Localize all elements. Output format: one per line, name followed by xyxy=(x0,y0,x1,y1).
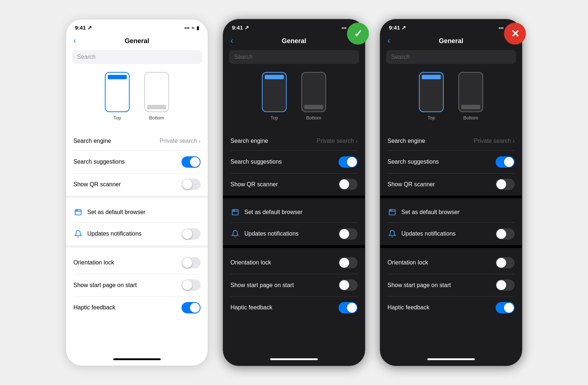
toggle-switch[interactable] xyxy=(496,279,515,291)
settings-row-show-start-page-on-start[interactable]: Show start page on start xyxy=(66,274,208,296)
back-button[interactable]: ‹ xyxy=(73,36,76,46)
home-indicator xyxy=(223,355,365,366)
tab-label-top: Top xyxy=(271,115,278,121)
settings-row-search-suggestions[interactable]: Search suggestions xyxy=(380,151,522,173)
signal-icon: ▪▪▪ xyxy=(499,25,504,31)
status-icons: ▪▪▪≈▮ xyxy=(184,25,199,31)
row-label-text: Show QR scanner xyxy=(73,181,121,188)
row-label-text: Orientation lock xyxy=(73,259,114,266)
section-divider xyxy=(380,245,522,248)
row-left: Search suggestions xyxy=(230,159,282,165)
section-divider xyxy=(223,245,365,248)
settings-row-search-engine[interactable]: Search enginePrivate search › xyxy=(66,131,208,150)
settings-row-show-qr-scanner[interactable]: Show QR scanner xyxy=(380,173,522,195)
toggle-switch[interactable] xyxy=(496,179,515,190)
row-left: Set as default browser xyxy=(387,207,459,217)
row-left: Set as default browser xyxy=(230,207,302,217)
status-time: 9:41 ↗ xyxy=(389,24,406,31)
section-divider xyxy=(223,195,365,198)
toggle-thumb xyxy=(504,303,514,313)
bell-icon xyxy=(387,229,397,239)
toggle-thumb xyxy=(182,229,192,239)
row-label-text: Search engine xyxy=(73,138,111,144)
row-value-text[interactable]: Private search › xyxy=(317,138,358,144)
tab-item-bottom[interactable]: Bottom xyxy=(458,72,483,121)
settings-row-show-start-page-on-start[interactable]: Show start page on start xyxy=(223,274,365,296)
row-label-text: Show start page on start xyxy=(73,282,137,289)
tab-selector: TopBottom xyxy=(380,68,522,128)
bell-icon xyxy=(73,229,83,239)
row-value-text[interactable]: Private search › xyxy=(474,138,515,144)
toggle-switch[interactable] xyxy=(339,228,358,240)
back-button[interactable]: ‹ xyxy=(230,36,233,46)
settings-section-2: Orientation lockShow start page on start… xyxy=(380,252,522,319)
toggle-switch[interactable] xyxy=(182,257,201,268)
settings-row-set-as-default-browser: Set as default browser xyxy=(223,202,365,222)
browser-icon xyxy=(387,207,397,217)
settings-row-haptic-feedback[interactable]: Haptic feedback xyxy=(223,297,365,319)
settings-row-set-as-default-browser: Set as default browser xyxy=(66,202,208,222)
toggle-switch[interactable] xyxy=(182,302,201,313)
toggle-switch[interactable] xyxy=(339,156,358,168)
settings-section-0: Search enginePrivate search ›Search sugg… xyxy=(66,131,208,195)
row-label-text: Set as default browser xyxy=(401,209,459,216)
settings-row-haptic-feedback[interactable]: Haptic feedback xyxy=(66,297,208,319)
search-bar[interactable]: Search xyxy=(386,50,516,64)
tab-item-bottom[interactable]: Bottom xyxy=(301,72,326,121)
toggle-thumb xyxy=(347,157,357,167)
settings-row-updates-notifications[interactable]: Updates notifications xyxy=(223,223,365,245)
toggle-switch[interactable] xyxy=(496,228,515,240)
settings-row-orientation-lock[interactable]: Orientation lock xyxy=(66,252,208,274)
toggle-switch[interactable] xyxy=(339,179,358,190)
toggle-switch[interactable] xyxy=(339,257,358,268)
row-value-text[interactable]: Private search › xyxy=(160,138,201,144)
settings-row-orientation-lock[interactable]: Orientation lock xyxy=(223,252,365,274)
row-left: Haptic feedback xyxy=(73,304,115,311)
settings-row-search-suggestions[interactable]: Search suggestions xyxy=(66,151,208,173)
settings-row-updates-notifications[interactable]: Updates notifications xyxy=(380,223,522,245)
home-bar xyxy=(270,358,318,360)
settings-row-search-suggestions[interactable]: Search suggestions xyxy=(223,151,365,173)
settings-row-show-start-page-on-start[interactable]: Show start page on start xyxy=(380,274,522,296)
settings-row-orientation-lock[interactable]: Orientation lock xyxy=(380,252,522,274)
row-left: Search engine xyxy=(230,138,268,144)
toggle-switch[interactable] xyxy=(496,302,515,313)
toggle-switch[interactable] xyxy=(339,302,358,313)
settings-row-search-engine[interactable]: Search enginePrivate search › xyxy=(223,131,365,150)
bell-icon xyxy=(230,229,240,239)
toggle-switch[interactable] xyxy=(496,156,515,168)
row-left: Orientation lock xyxy=(387,259,428,266)
nav-bar: ‹General xyxy=(380,33,522,50)
row-label-text: Updates notifications xyxy=(244,230,299,237)
toggle-switch[interactable] xyxy=(182,179,201,190)
toggle-thumb xyxy=(182,179,192,189)
back-button[interactable]: ‹ xyxy=(387,36,390,46)
status-time: 9:41 ↗ xyxy=(75,24,92,31)
toggle-switch[interactable] xyxy=(182,228,201,240)
phone-wrapper-dark-bad: ✕9:41 ↗▪▪▪≈▮‹GeneralSearchTopBottomSearc… xyxy=(380,19,522,366)
settings-row-updates-notifications[interactable]: Updates notifications xyxy=(66,223,208,245)
phone-wrapper-dark-good: ✓9:41 ↗▪▪▪≈▮‹GeneralSearchTopBottomSearc… xyxy=(223,19,365,366)
row-label-text: Updates notifications xyxy=(87,230,142,237)
status-time: 9:41 ↗ xyxy=(232,24,249,31)
toggle-switch[interactable] xyxy=(339,279,358,291)
home-indicator xyxy=(380,355,522,366)
row-left: Search engine xyxy=(387,138,425,144)
settings-row-search-engine[interactable]: Search enginePrivate search › xyxy=(380,131,522,150)
toggle-switch[interactable] xyxy=(182,156,201,168)
toggle-switch[interactable] xyxy=(182,279,201,291)
phone-frame: 9:41 ↗▪▪▪≈▮‹GeneralSearchTopBottomSearch… xyxy=(66,19,208,366)
tab-item-bottom[interactable]: Bottom xyxy=(144,72,169,121)
settings-section-0: Search enginePrivate search ›Search sugg… xyxy=(380,131,522,195)
toggle-switch[interactable] xyxy=(496,257,515,268)
search-bar[interactable]: Search xyxy=(72,50,202,64)
tab-item-top[interactable]: Top xyxy=(105,72,130,121)
search-bar[interactable]: Search xyxy=(229,50,359,64)
row-left: Show QR scanner xyxy=(387,181,435,188)
tab-item-top[interactable]: Top xyxy=(419,72,444,121)
settings-row-show-qr-scanner[interactable]: Show QR scanner xyxy=(66,173,208,195)
settings-row-haptic-feedback[interactable]: Haptic feedback xyxy=(380,297,522,319)
tab-item-top[interactable]: Top xyxy=(262,72,287,121)
settings-row-show-qr-scanner[interactable]: Show QR scanner xyxy=(223,173,365,195)
toggle-thumb xyxy=(496,179,506,189)
